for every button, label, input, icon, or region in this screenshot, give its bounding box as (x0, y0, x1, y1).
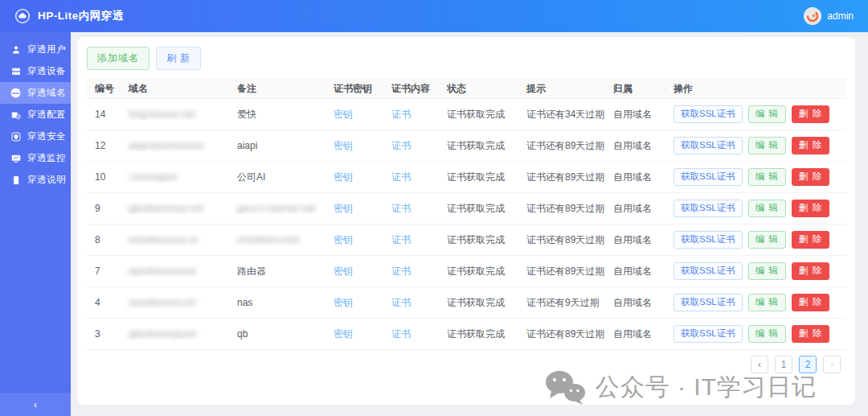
edit-button[interactable]: 编 辑 (748, 168, 786, 186)
cert-content-link[interactable]: 证书 (391, 109, 411, 120)
user-menu[interactable]: admin (804, 7, 854, 25)
cert-key-link[interactable]: 密钥 (334, 328, 353, 340)
app-title: HP-Lite内网穿透 (38, 9, 124, 23)
cell-actions: 获取SSL证书 编 辑 删 除 (665, 200, 847, 217)
domain-text: aiapi.bxxvxxsoxxt (129, 140, 203, 151)
cert-key-link[interactable]: 密钥 (334, 109, 353, 120)
get-ssl-cert-button[interactable]: 获取SSL证书 (674, 294, 743, 311)
cell-owner: 自用域名 (605, 202, 665, 216)
add-domain-button[interactable]: 添加域名 (87, 47, 149, 70)
sidebar-item-users[interactable]: 穿透用户 (0, 39, 71, 60)
get-ssl-cert-button[interactable]: 获取SSL证书 (674, 325, 743, 343)
monitor-chart-icon (10, 152, 22, 164)
svg-text:www: www (11, 91, 20, 95)
cell-id: 3 (87, 328, 121, 340)
cert-content-link[interactable]: 证书 (391, 171, 411, 183)
cert-key-link[interactable]: 密钥 (334, 140, 353, 151)
delete-button[interactable]: 删 除 (792, 168, 829, 186)
delete-button[interactable]: 删 除 (792, 231, 829, 249)
cell-remark: gxxx.h.hserver.net (229, 203, 326, 214)
cell-hint: 证书还有89天过期 (518, 233, 605, 247)
cert-key-link[interactable]: 密钥 (334, 297, 353, 308)
get-ssl-cert-button[interactable]: 获取SSL证书 (674, 231, 743, 249)
table-row: 8 xmxxbxxvxso.xx xmxxbxxv.xnxt 密钥 证书 证书获… (87, 224, 847, 256)
cell-domain: qbxxhxxvxqsxxt (121, 328, 229, 340)
get-ssl-cert-button[interactable]: 获取SSL证书 (674, 200, 743, 217)
domain-text: qbxxhxxvxqsxxt (129, 328, 196, 340)
col-header-hint: 提示 (518, 82, 605, 96)
toolbar: 添加域名 刷 新 (87, 47, 845, 70)
edit-button[interactable]: 编 辑 (748, 105, 786, 123)
cert-key-link[interactable]: 密钥 (334, 171, 353, 183)
cert-content-link[interactable]: 证书 (391, 140, 411, 151)
delete-button[interactable]: 删 除 (792, 137, 829, 154)
cell-actions: 获取SSL证书 编 辑 删 除 (665, 137, 847, 154)
delete-button[interactable]: 删 除 (792, 262, 829, 280)
cell-status: 证书获取完成 (439, 265, 518, 278)
edit-button[interactable]: 编 辑 (748, 200, 786, 217)
sidebar-item-label: 穿透用户 (27, 43, 66, 56)
refresh-button[interactable]: 刷 新 (156, 47, 201, 70)
cell-actions: 获取SSL证书 编 辑 删 除 (665, 168, 847, 186)
cell-status: 证书获取完成 (439, 108, 518, 122)
cell-cert-content: 证书 (383, 296, 439, 310)
domains-table: 编号 域名 备注 证书密钥 证书内容 状态 提示 归属 操作 14 hxqj.b… (87, 78, 847, 350)
username-label: admin (827, 10, 854, 22)
table-body: 14 hxqj.bxxvso.net 爱快 密钥 证书 证书获取完成 证书还有3… (87, 99, 847, 350)
remark-text: qb (237, 328, 248, 340)
table-row: 12 aiapi.bxxvxxsoxxt aiapi 密钥 证书 证书获取完成 … (87, 130, 847, 162)
cert-key-link[interactable]: 密钥 (334, 203, 353, 214)
remark-text: 路由器 (237, 266, 266, 277)
pagination-next-button[interactable]: › (823, 356, 841, 373)
cell-actions: 获取SSL证书 编 辑 删 除 (665, 325, 847, 343)
app-logo-cloud-icon (14, 8, 31, 24)
cert-content-link[interactable]: 证书 (391, 328, 411, 340)
cert-content-link[interactable]: 证书 (391, 234, 411, 245)
docs-book-icon (10, 174, 22, 186)
cell-domain: xmxxbxxvxso.xx (121, 234, 229, 245)
cell-domain: aiapi.bxxvxxsoxxt (121, 140, 229, 151)
cell-cert-content: 证书 (383, 139, 439, 153)
get-ssl-cert-button[interactable]: 获取SSL证书 (674, 137, 743, 154)
domain-text: opxxbxxvxxsxxt (129, 266, 195, 277)
col-header-cert-content: 证书内容 (383, 82, 439, 96)
remark-text: 公司AI (237, 171, 265, 183)
sidebar-item-devices[interactable]: 穿透设备 (0, 60, 71, 82)
cert-content-link[interactable]: 证书 (391, 203, 411, 214)
table-header-row: 编号 域名 备注 证书密钥 证书内容 状态 提示 归属 操作 (87, 78, 847, 99)
edit-button[interactable]: 编 辑 (748, 137, 786, 154)
delete-button[interactable]: 删 除 (792, 325, 829, 343)
brand: HP-Lite内网穿透 (14, 8, 124, 24)
edit-button[interactable]: 编 辑 (748, 325, 786, 343)
delete-button[interactable]: 删 除 (792, 294, 829, 311)
cell-owner: 自用域名 (605, 108, 665, 122)
get-ssl-cert-button[interactable]: 获取SSL证书 (674, 168, 743, 186)
cell-remark: xmxxbxxv.xnxt (229, 234, 326, 245)
cert-key-link[interactable]: 密钥 (334, 266, 353, 277)
delete-button[interactable]: 删 除 (792, 200, 829, 217)
cert-content-link[interactable]: 证书 (391, 266, 411, 277)
sidebar-item-monitoring[interactable]: 穿透监控 (0, 147, 71, 169)
wechat-icon (544, 369, 586, 405)
config-icon (10, 109, 22, 121)
cert-content-link[interactable]: 证书 (391, 297, 411, 308)
domain-text: gitxxbxxvxxso.xxt (129, 203, 203, 214)
sidebar-item-docs[interactable]: 穿透说明 (0, 169, 71, 191)
edit-button[interactable]: 编 辑 (748, 262, 786, 280)
delete-button[interactable]: 删 除 (792, 105, 829, 123)
get-ssl-cert-button[interactable]: 获取SSL证书 (674, 105, 743, 123)
table-row: 10 i.hxxvxqsxx 公司AI 密钥 证书 证书获取完成 证书还有89天… (87, 162, 847, 193)
cell-owner: 自用域名 (605, 139, 665, 153)
cell-owner: 自用域名 (605, 265, 665, 278)
sidebar-item-config[interactable]: 穿透配置 (0, 104, 71, 126)
table-row: 14 hxqj.bxxvso.net 爱快 密钥 证书 证书获取完成 证书还有3… (87, 99, 847, 130)
sidebar-item-domains[interactable]: www 穿透域名 (0, 82, 71, 104)
sidebar-collapse-button[interactable]: ‹ (0, 393, 71, 416)
edit-button[interactable]: 编 辑 (748, 231, 786, 249)
cell-status: 证书获取完成 (439, 139, 518, 153)
get-ssl-cert-button[interactable]: 获取SSL证书 (674, 262, 743, 280)
cert-key-link[interactable]: 密钥 (334, 234, 353, 245)
sidebar-item-security[interactable]: 穿透安全 (0, 126, 71, 147)
edit-button[interactable]: 编 辑 (748, 294, 786, 311)
cell-cert-key: 密钥 (326, 265, 383, 278)
